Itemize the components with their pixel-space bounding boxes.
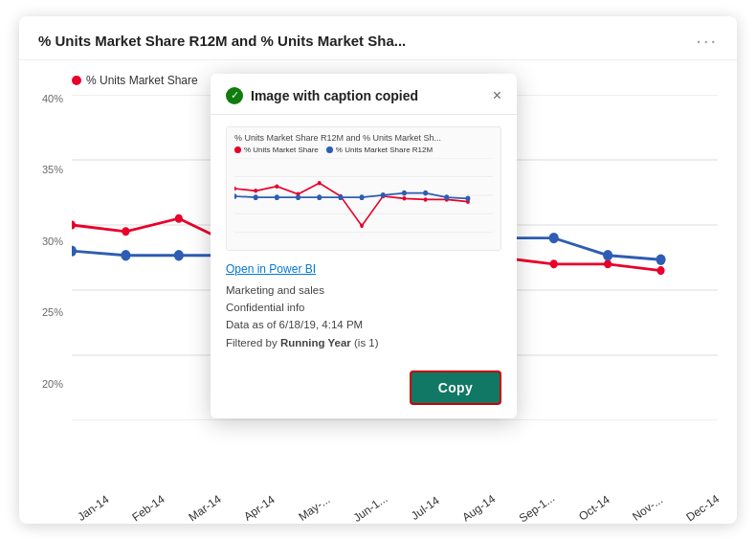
- info-line-4-bold: Running Year: [280, 337, 351, 348]
- svg-point-55: [402, 190, 407, 195]
- modal-header: ✓ Image with caption copied ×: [211, 74, 517, 115]
- modal-body: % Units Market Share R12M and % Units Ma…: [211, 115, 517, 366]
- svg-point-47: [234, 193, 236, 199]
- modal-overlay: ✓ Image with caption copied × % Units Ma…: [19, 16, 737, 524]
- svg-point-56: [423, 190, 428, 195]
- svg-point-49: [275, 194, 279, 200]
- svg-point-35: [234, 186, 236, 191]
- svg-point-51: [317, 194, 322, 200]
- info-line-4: Filtered by Running Year (is 1): [226, 334, 501, 351]
- svg-point-57: [444, 194, 449, 200]
- mini-legend-dot-red: [234, 146, 241, 153]
- svg-point-44: [424, 197, 428, 202]
- svg-point-54: [381, 192, 386, 198]
- svg-point-43: [403, 196, 407, 201]
- info-line-4-prefix: Filtered by: [226, 337, 280, 348]
- svg-point-36: [254, 189, 257, 193]
- mini-legend-red: % Units Market Share: [234, 146, 319, 154]
- svg-point-53: [360, 194, 365, 200]
- info-line-2: Confidential info: [226, 299, 501, 316]
- copy-modal: ✓ Image with caption copied × % Units Ma…: [211, 74, 517, 419]
- mini-chart-legend: % Units Market Share % Units Market Shar…: [234, 146, 493, 154]
- main-card: % Units Market Share R12M and % Units Ma…: [19, 16, 737, 524]
- mini-legend-dot-blue: [326, 146, 333, 153]
- mini-chart-svg: [234, 158, 493, 235]
- success-icon: ✓: [226, 87, 243, 104]
- mini-legend-blue: % Units Market Share R12M: [326, 146, 433, 154]
- copy-button[interactable]: Copy: [410, 371, 501, 405]
- info-line-1: Marketing and sales: [226, 281, 501, 299]
- svg-point-58: [466, 195, 471, 201]
- open-power-bi-link[interactable]: Open in Power BI: [226, 262, 501, 276]
- mini-legend-label-blue: % Units Market Share R12M: [336, 146, 433, 154]
- modal-header-left: ✓ Image with caption copied: [226, 87, 418, 104]
- modal-info: Marketing and sales Confidential info Da…: [226, 281, 501, 352]
- mini-legend-label-red: % Units Market Share: [244, 146, 319, 154]
- svg-point-52: [338, 194, 343, 200]
- info-line-4-suffix: (is 1): [351, 337, 379, 348]
- modal-title: Image with caption copied: [251, 88, 418, 103]
- svg-point-37: [275, 184, 278, 189]
- svg-point-39: [318, 181, 322, 186]
- mini-chart-preview: % Units Market Share R12M and % Units Ma…: [226, 126, 501, 251]
- info-line-3: Data as of 6/18/19, 4:14 PM: [226, 316, 501, 333]
- modal-close-button[interactable]: ×: [493, 88, 501, 103]
- svg-point-50: [296, 194, 300, 200]
- copy-button-row: Copy: [211, 365, 517, 418]
- svg-point-48: [254, 194, 258, 200]
- svg-point-41: [360, 223, 364, 228]
- mini-chart-title: % Units Market Share R12M and % Units Ma…: [234, 133, 493, 143]
